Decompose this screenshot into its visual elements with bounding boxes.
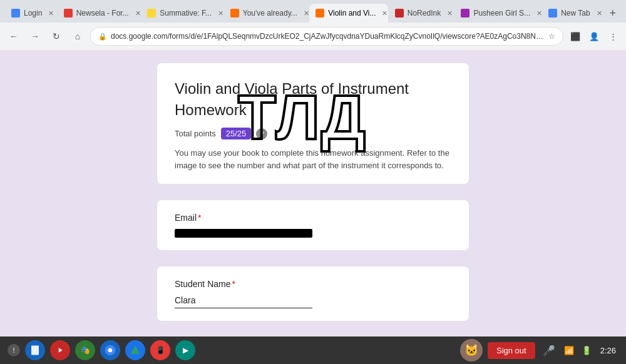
address-text: docs.google.com/forms/d/e/1FAlpQLSeqnmvD… [111,32,545,41]
tab-youve-already[interactable]: You've already... ✕ [224,4,309,23]
taskbar-app3-icon[interactable]: 🎭 [75,340,95,360]
tab-favicon-youve [230,9,239,18]
email-label: Email* [175,213,451,223]
new-tab-button[interactable]: + [605,4,622,23]
email-value [175,229,312,238]
total-points-label: Total points [175,129,216,138]
tab-close-newsela[interactable]: ✕ [135,9,141,18]
student-name-label: Student Name* [175,279,451,289]
tab-favicon-pusheen [461,9,470,18]
tab-close-pusheen[interactable]: ✕ [536,9,541,18]
email-section: Email* [156,200,470,251]
wifi-icon: 📶 [563,346,575,355]
forward-button[interactable]: → [26,28,44,45]
profile-icon[interactable]: 👤 [586,28,602,44]
taskbar-app6-icon[interactable]: ▶ [175,340,195,360]
tab-favicon-summative [147,9,156,18]
taskbar: ! 🎭 📱 ▶ 🐱 Sign out 🎤 📶 🔋 2:26 [0,336,626,364]
tab-newsela[interactable]: Newsela - For... ✕ [58,4,141,23]
address-bar[interactable]: 🔒 docs.google.com/forms/d/e/1FAlpQLSeqnm… [90,27,563,46]
svg-rect-0 [31,346,39,355]
points-badge: 25/25 [221,128,252,139]
tab-newtab[interactable]: New Tab ✕ [542,4,603,23]
student-name-required-star: * [232,279,235,289]
battery-icon: 🔋 [580,346,593,355]
tab-summative[interactable]: Summative: F... ✕ [141,4,223,23]
bookmark-icon[interactable]: ☆ [548,32,555,41]
tab-close-violin[interactable]: ✕ [382,9,387,18]
tab-close-summative[interactable]: ✕ [218,9,223,18]
taskbar-time: 2:26 [598,346,618,355]
address-bar-row: ← → ↻ ⌂ 🔒 docs.google.com/forms/d/e/1FAl… [0,23,626,50]
taskbar-cat-icon[interactable]: 🐱 [460,339,483,361]
lock-icon: 🔒 [98,33,107,41]
menu-icon[interactable]: ⋮ [605,28,621,44]
microphone-icon[interactable]: 🎤 [540,345,558,356]
help-icon[interactable]: ? [256,128,267,139]
home-button[interactable]: ⌂ [69,28,86,45]
student-name-section: Student Name* Clara [156,266,470,321]
taskbar-chrome-icon[interactable] [100,340,120,360]
tab-close-youve[interactable]: ✕ [304,9,309,18]
tab-noredink[interactable]: NoRedInk ✕ [389,4,454,23]
tab-favicon-violin [316,9,324,18]
reload-button[interactable]: ↻ [48,28,65,45]
page-content: Violin and Viola Parts of Instrument Hom… [0,50,626,336]
tab-close-newtab[interactable]: ✕ [597,9,602,18]
tab-close-noredink[interactable]: ✕ [447,9,453,18]
svg-marker-1 [59,348,63,353]
form-title: Violin and Viola Parts of Instrument Hom… [175,78,451,120]
student-name-value: Clara [175,295,312,308]
tab-favicon-newtab [548,9,557,18]
form-header: Violin and Viola Parts of Instrument Hom… [156,63,470,185]
tab-favicon-noredink [395,9,404,18]
tab-favicon-login [11,9,20,18]
notification-icon[interactable]: ! [8,344,20,356]
taskbar-app5-icon[interactable]: 📱 [150,340,170,360]
tab-pusheen[interactable]: Pusheen Girl S... ✕ [454,4,541,23]
extensions-icon[interactable]: ⬛ [567,28,583,44]
sign-out-button[interactable]: Sign out [488,342,535,359]
form-wrapper: Violin and Viola Parts of Instrument Hom… [156,63,470,324]
toolbar-icons: ⬛ 👤 ⋮ [567,28,621,44]
tab-violin[interactable]: Violin and Vi... ✕ [309,4,388,23]
taskbar-docs-icon[interactable] [25,340,45,360]
back-button[interactable]: ← [5,28,23,45]
tab-close-login[interactable]: ✕ [48,9,54,18]
tab-login[interactable]: Login ✕ [5,4,57,23]
tab-bar: Login ✕ Newsela - For... ✕ Summative: F.… [0,0,626,23]
svg-point-3 [108,348,113,353]
form-description: You may use your book to complete this h… [175,147,451,171]
taskbar-drive-icon[interactable] [125,340,145,360]
browser-chrome: Login ✕ Newsela - For... ✕ Summative: F.… [0,0,626,50]
total-points-row: Total points 25/25 ? [175,128,451,139]
email-required-star: * [198,213,201,223]
taskbar-youtube-icon[interactable] [50,340,70,360]
tab-favicon-newsela [64,9,73,18]
